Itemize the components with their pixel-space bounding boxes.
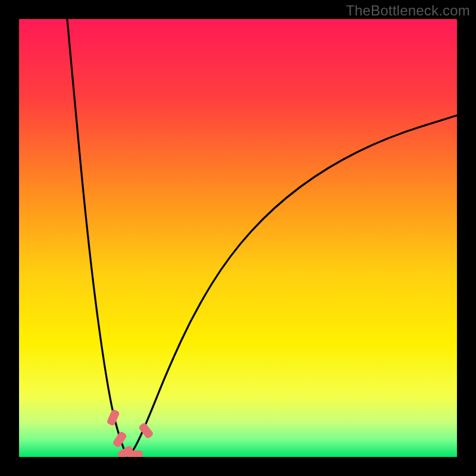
gradient-background xyxy=(19,19,457,457)
watermark-text: TheBottleneck.com xyxy=(346,2,470,19)
plot-area xyxy=(19,19,457,457)
marker xyxy=(127,450,143,457)
outer-frame: TheBottleneck.com xyxy=(0,0,476,476)
chart-svg xyxy=(19,19,457,457)
